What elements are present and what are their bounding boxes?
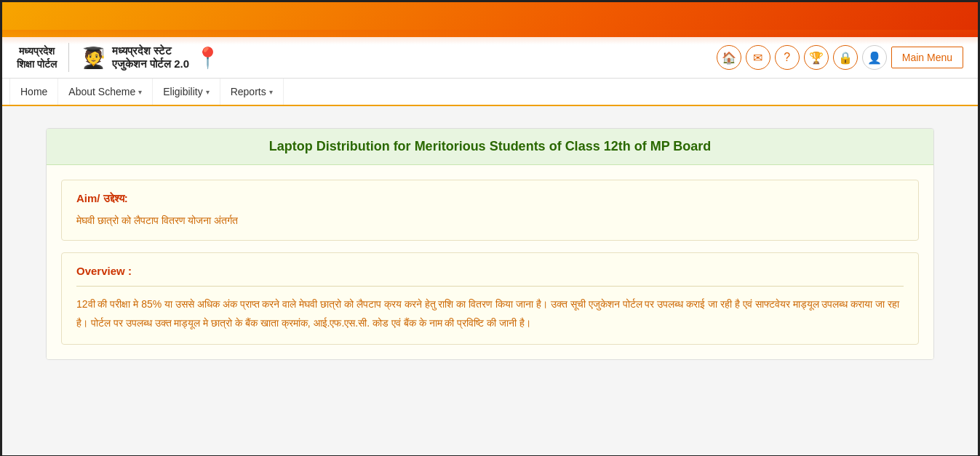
aim-label: Aim/ उद्देश्य: (76, 192, 904, 205)
aim-section: Aim/ उद्देश्य: मेघवी छात्रो को लैपटाप वि… (61, 180, 919, 241)
help-icon-btn[interactable]: ? (775, 45, 800, 70)
lock-icon-btn[interactable]: 🔒 (833, 45, 858, 70)
main-content: Laptop Distribution for Meritorious Stud… (2, 106, 978, 455)
portal-name: मध्यप्रदेश स्टेट एजुकेशन पोर्टल 2.0 (112, 44, 189, 71)
overview-label: Overview : (76, 265, 904, 277)
mp-map-icon: 📍 (195, 46, 220, 70)
nav-item-about-scheme[interactable]: About Scheme ▾ (58, 79, 153, 105)
reports-arrow-icon: ▾ (269, 88, 273, 96)
overview-separator (76, 286, 904, 287)
logo-section: मध्यप्रदेश शिक्षा पोर्टल 🧑‍🎓 मध्यप्रदेश … (17, 43, 220, 72)
user-icon-btn[interactable]: 👤 (862, 45, 887, 70)
nav-menu: Home About Scheme ▾ Eligibility ▾ Report… (2, 79, 978, 106)
mail-icon-btn[interactable]: ✉ (746, 45, 770, 70)
nav-item-eligibility[interactable]: Eligibility ▾ (153, 79, 220, 105)
content-card: Laptop Distribution for Meritorious Stud… (46, 128, 934, 360)
home-icon-btn[interactable]: 🏠 (717, 45, 741, 70)
card-body: Aim/ उद्देश्य: मेघवी छात्रो को लैपटाप वि… (47, 165, 933, 359)
header-icons: 🏠 ✉ ? 🏆 🔒 👤 Main Menu (717, 45, 963, 70)
nav-item-reports[interactable]: Reports ▾ (220, 79, 284, 105)
card-title: Laptop Distribution for Meritorious Stud… (269, 139, 712, 153)
trophy-icon-btn[interactable]: 🏆 (804, 45, 829, 70)
main-menu-button[interactable]: Main Menu (891, 47, 963, 68)
overview-text: 12वी की परीक्षा मे 85% या उससे अधिक अंक … (76, 295, 904, 332)
header-gradient (2, 2, 978, 37)
logo-portal: 🧑‍🎓 मध्यप्रदेश स्टेट एजुकेशन पोर्टल 2.0 … (81, 44, 220, 71)
card-header: Laptop Distribution for Meritorious Stud… (47, 129, 933, 165)
overview-section: Overview : 12वी की परीक्षा मे 85% या उसस… (61, 252, 919, 344)
eligibility-arrow-icon: ▾ (206, 88, 210, 96)
logo-mp: मध्यप्रदेश शिक्षा पोर्टल (17, 44, 57, 71)
about-scheme-arrow-icon: ▾ (138, 88, 142, 96)
logo-divider (68, 43, 69, 72)
nav-item-home[interactable]: Home (9, 79, 58, 105)
aim-text: मेघवी छात्रो को लैपटाप वितरण योजना अंतर्… (76, 212, 904, 228)
portal-mascot-icon: 🧑‍🎓 (81, 46, 106, 70)
